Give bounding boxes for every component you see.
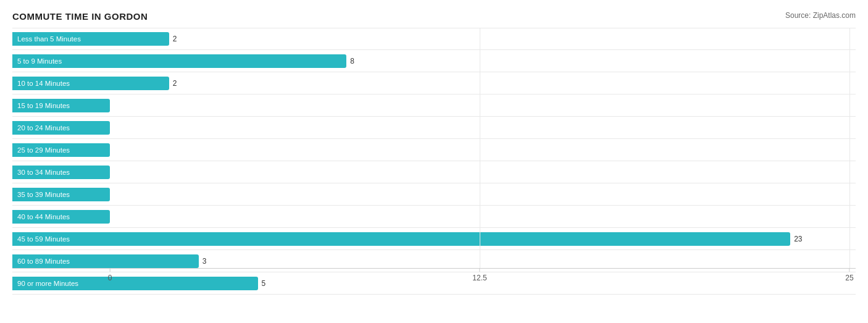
- bar-label: 10 to 14 Minutes: [17, 80, 70, 87]
- x-tick-line: [849, 269, 849, 272]
- chart-container: COMMUTE TIME IN GORDON Source: ZipAtlas.…: [0, 0, 868, 323]
- x-tick-line: [110, 269, 111, 272]
- bar-label: 20 to 24 Minutes: [17, 124, 70, 132]
- bar-row: 35 to 39 Minutes: [12, 183, 856, 206]
- bar-row: 40 to 44 Minutes: [12, 206, 856, 228]
- bar-row: 30 to 34 Minutes: [12, 161, 856, 183]
- bar-label: 60 to 89 Minutes: [17, 258, 70, 265]
- x-tick-line: [479, 269, 480, 272]
- x-tick: 12.5: [472, 269, 486, 282]
- x-axis: 012.525: [12, 268, 856, 290]
- x-tick-label: 25: [845, 274, 853, 282]
- bar-label: 40 to 44 Minutes: [17, 213, 70, 220]
- bar-value: 2: [173, 35, 177, 43]
- bar-row: 20 to 24 Minutes: [12, 117, 856, 139]
- bar-value: 23: [794, 235, 802, 243]
- bar: 45 to 59 Minutes: [12, 232, 790, 246]
- x-tick-label: 12.5: [472, 274, 486, 282]
- x-tick: 25: [845, 269, 853, 282]
- source-label: Source: ZipAtlas.com: [785, 11, 856, 20]
- bar: 35 to 39 Minutes: [12, 188, 110, 201]
- bar-row: 10 to 14 Minutes2: [12, 72, 856, 94]
- bar: 30 to 34 Minutes: [12, 166, 110, 179]
- bar-label: 25 to 29 Minutes: [17, 146, 70, 154]
- bar-row: 45 to 59 Minutes23: [12, 228, 856, 250]
- x-tick-label: 0: [108, 274, 112, 282]
- chart-area: Less than 5 Minutes25 to 9 Minutes810 to…: [12, 28, 856, 290]
- bar: 15 to 19 Minutes: [12, 99, 110, 112]
- bar: 60 to 89 Minutes: [12, 254, 199, 268]
- bar-label: 35 to 39 Minutes: [17, 191, 70, 198]
- bar-label: 15 to 19 Minutes: [17, 102, 70, 109]
- bar-label: Less than 5 Minutes: [17, 35, 81, 43]
- bar-row: Less than 5 Minutes2: [12, 28, 856, 50]
- bar-value: 8: [350, 57, 354, 65]
- bar: 20 to 24 Minutes: [12, 121, 110, 135]
- bar-row: 5 to 9 Minutes8: [12, 50, 856, 72]
- bar-value: 3: [202, 257, 207, 266]
- bar: 10 to 14 Minutes: [12, 77, 169, 90]
- chart-title: COMMUTE TIME IN GORDON: [12, 11, 856, 22]
- bar: 25 to 29 Minutes: [12, 143, 110, 157]
- bar: 5 to 9 Minutes: [12, 54, 346, 68]
- bar: Less than 5 Minutes: [12, 32, 169, 46]
- bar-label: 45 to 59 Minutes: [17, 235, 70, 243]
- bar: 40 to 44 Minutes: [12, 210, 110, 224]
- bar-row: 25 to 29 Minutes: [12, 139, 856, 161]
- bar-row: 15 to 19 Minutes: [12, 94, 856, 117]
- bar-value: 2: [173, 79, 177, 88]
- x-tick: 0: [108, 269, 112, 282]
- bar-label: 30 to 34 Minutes: [17, 169, 70, 176]
- bar-label: 5 to 9 Minutes: [17, 57, 62, 65]
- bars-section: Less than 5 Minutes25 to 9 Minutes810 to…: [12, 28, 856, 295]
